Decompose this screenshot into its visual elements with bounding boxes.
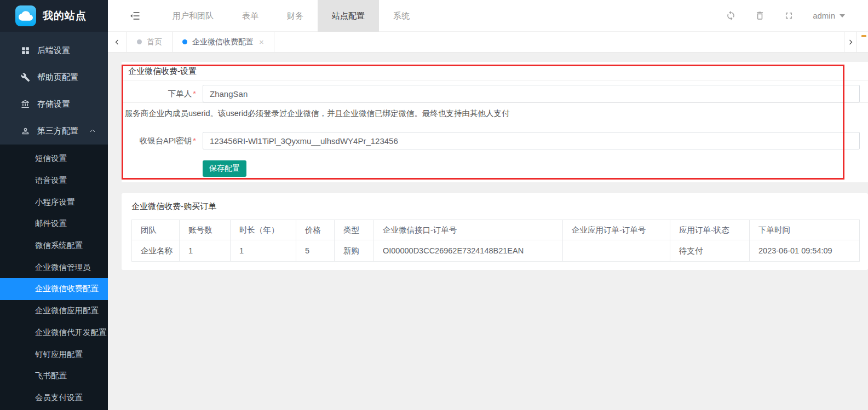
- sidebar-collapse-icon[interactable]: [130, 9, 143, 22]
- tab-label: 企业微信收费配置: [192, 37, 254, 47]
- orders-table: 团队账号数时长（年）价格类型企业微信接口-订单号企业应用订单-订单号应用订单-状…: [131, 220, 860, 262]
- orderer-row-wrap: 下单人*: [122, 80, 868, 103]
- sidebar-subitem[interactable]: 会员支付设置: [0, 387, 108, 409]
- sidebar-subitem[interactable]: 钉钉应用配置: [0, 343, 108, 365]
- sidebar: 我的站点 后端设置 帮助页配置 存储设置 第三方配置: [0, 0, 108, 410]
- chevron-down-icon: [840, 14, 845, 18]
- tabs-strip: 首页企业微信收费配置×: [127, 32, 274, 52]
- bank-icon: [21, 100, 30, 109]
- sidebar-item-label: 后端设置: [37, 45, 70, 56]
- column-header: 类型: [335, 220, 374, 240]
- main-content: 企业微信收费-设置 下单人* 服务商企业内成员userid。该userid必须登…: [108, 53, 868, 410]
- sidebar-item-label: 存储设置: [37, 99, 70, 109]
- header-right: admin: [726, 10, 868, 21]
- sidebar-subitem[interactable]: 企业微信代开发配置: [0, 322, 108, 344]
- nav-item[interactable]: 用户和团队: [158, 0, 228, 32]
- close-icon[interactable]: ×: [259, 38, 264, 46]
- site-title: 我的站点: [43, 9, 87, 23]
- sidebar-subitem[interactable]: 企业微信应用配置: [0, 300, 108, 322]
- sidebar-subitem[interactable]: 飞书配置: [0, 365, 108, 387]
- nav-item[interactable]: 站点配置: [318, 0, 379, 32]
- cloud-logo-icon: [15, 5, 36, 26]
- sidebar-item-help-page-config[interactable]: 帮助页配置: [0, 64, 108, 91]
- column-header: 应用订单-状态: [670, 220, 750, 240]
- person-icon: [21, 126, 30, 136]
- orders-title: 企业微信收费-购买订单: [122, 193, 868, 212]
- sidebar-subitem[interactable]: 邮件设置: [0, 213, 108, 235]
- column-header: 时长（年）: [231, 220, 296, 240]
- table-cell: 待支付: [670, 240, 750, 262]
- tabs-scroll-left-icon[interactable]: [108, 32, 127, 53]
- sidebar-subitem[interactable]: 小程序设置: [0, 191, 108, 213]
- tab[interactable]: 企业微信收费配置×: [173, 32, 274, 52]
- settings-card: 企业微信收费-设置 下单人* 服务商企业内成员userid。该userid必须登…: [122, 62, 868, 182]
- column-header: 企业微信接口-订单号: [374, 220, 563, 240]
- table-cell: 新购: [335, 240, 374, 262]
- table-cell: 2023-06-01 09:54:09: [750, 240, 860, 262]
- username: admin: [813, 11, 835, 20]
- tabbar: 首页企业微信收费配置×: [108, 32, 868, 53]
- tabs-scroll-right-icon[interactable]: [844, 32, 857, 53]
- tab-dot-icon: [182, 39, 187, 44]
- trash-icon[interactable]: [755, 10, 765, 21]
- top-nav: 用户和团队表单财务站点配置系统: [158, 0, 424, 32]
- table-cell: [563, 240, 670, 262]
- apikey-input[interactable]: [203, 132, 860, 149]
- button-row: 保存配置: [122, 160, 868, 177]
- settings-title: 企业微信收费-设置: [122, 62, 868, 80]
- sidebar-menu: 后端设置 帮助页配置 存储设置 第三方配置: [0, 32, 108, 145]
- orderer-label: 下单人*: [122, 89, 203, 99]
- table-cell: OI00000D3CC26962E7324148B21EAN: [374, 240, 563, 262]
- top-header: 用户和团队表单财务站点配置系统 admin: [108, 0, 868, 32]
- sidebar-item-label: 帮助页配置: [37, 72, 78, 83]
- nav-item[interactable]: 表单: [228, 0, 273, 32]
- sidebar-subitem[interactable]: 短信设置: [0, 148, 108, 170]
- apikey-label: 收银台API密钥*: [122, 136, 203, 146]
- required-asterisk: *: [193, 136, 196, 145]
- column-header: 团队: [132, 220, 180, 240]
- sidebar-item-storage-settings[interactable]: 存储设置: [0, 91, 108, 118]
- sidebar-item-label: 第三方配置: [37, 126, 78, 136]
- tab-dot-icon: [137, 39, 142, 44]
- save-config-button[interactable]: 保存配置: [203, 160, 246, 177]
- tab-label: 首页: [147, 37, 162, 47]
- tab-overflow-mark: [861, 35, 866, 37]
- sidebar-subitem[interactable]: 微信系统配置: [0, 235, 108, 257]
- sidebar-item-backend-settings[interactable]: 后端设置: [0, 37, 108, 64]
- required-asterisk: *: [193, 89, 196, 98]
- column-header: 下单时间: [750, 220, 860, 240]
- table-cell: 5: [296, 240, 335, 262]
- sidebar-subitem[interactable]: 语音设置: [0, 170, 108, 192]
- table-header-row: 团队账号数时长（年）价格类型企业微信接口-订单号企业应用订单-订单号应用订单-状…: [132, 220, 860, 240]
- column-header: 企业应用订单-订单号: [563, 220, 670, 240]
- grid-icon: [21, 46, 30, 55]
- table-cell: 1: [180, 240, 231, 262]
- sidebar-submenu: 短信设置语音设置小程序设置邮件设置微信系统配置企业微信管理员企业微信收费配置企业…: [0, 145, 108, 410]
- nav-item[interactable]: 财务: [273, 0, 318, 32]
- wrench-icon: [21, 73, 30, 82]
- sidebar-subitem[interactable]: 企业微信收费配置: [0, 278, 108, 300]
- sidebar-item-third-party-config[interactable]: 第三方配置: [0, 118, 108, 145]
- orderer-input[interactable]: [203, 85, 860, 102]
- sidebar-subitem[interactable]: 企业微信管理员: [0, 256, 108, 278]
- column-header: 价格: [296, 220, 335, 240]
- app-root: 我的站点 后端设置 帮助页配置 存储设置 第三方配置: [0, 0, 868, 410]
- logo: 我的站点: [0, 0, 108, 32]
- orderer-help-text: 服务商企业内成员userid。该userid必须登录过企业微信，并且企业微信已绑…: [122, 103, 868, 125]
- table-row: 企业名称115新购OI00000D3CC26962E7324148B21EAN待…: [132, 240, 860, 262]
- refresh-icon[interactable]: [726, 10, 736, 21]
- orders-card: 企业微信收费-购买订单 团队账号数时长（年）价格类型企业微信接口-订单号企业应用…: [122, 193, 868, 270]
- column-header: 账号数: [180, 220, 231, 240]
- fullscreen-icon[interactable]: [784, 10, 794, 21]
- table-cell: 企业名称: [132, 240, 180, 262]
- apikey-row: 收银台API密钥*: [122, 132, 868, 149]
- table-cell: 1: [231, 240, 296, 262]
- nav-item[interactable]: 系统: [379, 0, 424, 32]
- tab[interactable]: 首页: [127, 32, 173, 52]
- user-menu[interactable]: admin: [813, 11, 845, 20]
- chevron-up-icon: [89, 126, 96, 136]
